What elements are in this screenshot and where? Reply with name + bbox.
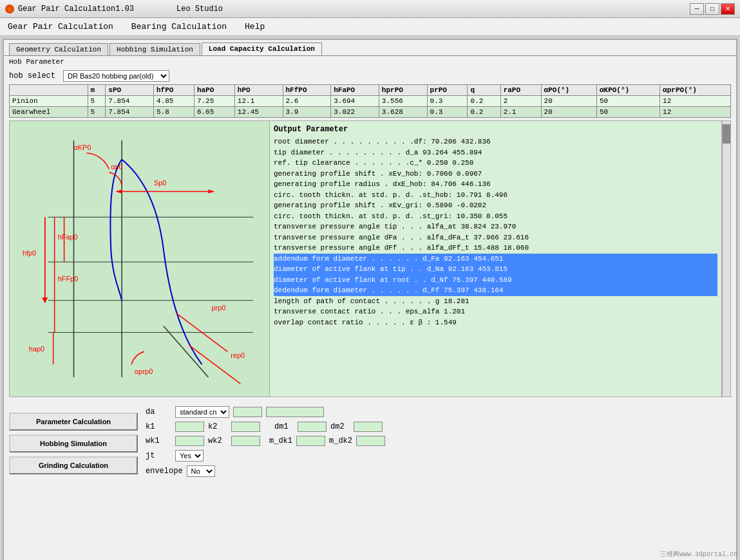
output-line: overlap contact ratio . . . . . ε β : 1.… (274, 317, 717, 328)
dm1-input[interactable]: 11 (298, 422, 327, 432)
hobbing-sim-button[interactable]: Hobbing Simulation (9, 434, 138, 453)
envelope-select[interactable]: No Yes (187, 465, 215, 477)
output-line: diameter of active flank at root . . d_N… (274, 275, 717, 286)
table-cell: 5.8 (154, 107, 194, 118)
table-cell: Gearwheel (10, 107, 88, 118)
mdk2-label: m_dk2 (329, 436, 352, 445)
wk1-input[interactable]: 55.236 (175, 436, 204, 446)
svg-text:αp0: αp0 (111, 163, 123, 171)
menu-help[interactable]: Help (242, 21, 267, 33)
table-cell: 50 (596, 96, 659, 107)
table-header: hFaPO (331, 85, 379, 96)
table-row: Gearwheel57.8545.86.6512.453.93.0223.628… (10, 107, 731, 118)
close-button[interactable]: ✕ (721, 3, 735, 15)
bottom-section: Parameter Calculation Hobbing Simulation… (4, 400, 736, 487)
da-row: da standard cn custom 93.264 455.894 (146, 406, 731, 418)
table-header: raPO (500, 85, 541, 96)
table-header: sPO (106, 85, 154, 96)
jt-label: jt (146, 451, 171, 460)
k2-label: k2 (208, 422, 227, 431)
buttons-panel: Parameter Calculation Hobbing Simulation… (9, 402, 138, 485)
table-cell: 2 (500, 96, 541, 107)
table-cell: 2.1 (500, 107, 541, 118)
mdk2-input[interactable]: 455.891 (356, 436, 385, 446)
table-cell: 3.556 (379, 96, 427, 107)
table-cell: 7.854 (106, 96, 154, 107)
table-cell: 12 (660, 107, 731, 118)
dm2-input[interactable]: 8 (354, 422, 383, 432)
mdk1-input[interactable]: 100.790 (296, 436, 325, 446)
output-line: generating profile radius . dxE_hob: 84.… (274, 179, 717, 190)
table-header: hFfPO (283, 85, 331, 96)
gear-diagram: hfp0 hFFp0 hFap0 hap0 Sp0 prp0 rep0 αKP0… (9, 120, 270, 397)
param-calc-button[interactable]: Parameter Calculation (9, 413, 138, 431)
output-scrollbar[interactable] (722, 120, 731, 397)
app-title: Gear Pair Calculation1.03 (18, 5, 134, 14)
output-line: addendum form diameter . . . . . . d_Fa … (274, 254, 717, 265)
table-cell: 6.65 (194, 107, 234, 118)
table-cell: 12 (660, 96, 731, 107)
tab-hobbing[interactable]: Hobbing Simulation (109, 43, 200, 55)
table-cell: 3.022 (331, 107, 379, 118)
minimize-button[interactable]: ─ (690, 3, 704, 15)
table-cell: Pinion (10, 96, 88, 107)
menu-bar: Gear Pair Calculation Bearing Calculatio… (0, 18, 740, 36)
svg-text:Sp0: Sp0 (154, 179, 166, 187)
svg-text:αprp0: αprp0 (135, 368, 153, 375)
mdk1-label: m_dk1 (269, 436, 292, 445)
table-header: hfPO (154, 85, 194, 96)
maximize-button[interactable]: □ (705, 3, 719, 15)
table-cell: 3.9 (283, 107, 331, 118)
table-cell: 0.2 (468, 107, 500, 118)
da-select[interactable]: standard cn custom (175, 406, 229, 418)
table-cell: 0.3 (427, 107, 468, 118)
watermark: 三维网www.3dportal.cn (660, 550, 737, 559)
k-row: k1 4 k2 11 dm1 11 dm2 8 (146, 422, 731, 432)
tab-bar: Geometry Calculation Hobbing Simulation … (4, 40, 736, 56)
table-cell: 5 (88, 107, 106, 118)
wk2-input[interactable]: 161.966 (231, 436, 260, 446)
output-line: diameter of active flank at tip . . d_Na… (274, 264, 717, 275)
table-header: haPO (194, 85, 234, 96)
hob-section: hob select DR Bas20 hobbing par(old) DR … (4, 68, 736, 84)
hob-select-dropdown[interactable]: DR Bas20 hobbing par(old) DR Bas20 hobbi… (63, 70, 169, 82)
output-line: transverse pressure angle dFa . . . alfa… (274, 232, 717, 243)
table-cell: 50 (596, 107, 659, 118)
menu-gear-pair[interactable]: Gear Pair Calculation (5, 21, 116, 33)
tab-load-capacity[interactable]: Load Capacity Calculation (202, 42, 322, 55)
table-cell: 7.854 (106, 107, 154, 118)
table-header: m (88, 85, 106, 96)
k1-label: k1 (146, 422, 171, 431)
table-cell: 4.85 (154, 96, 194, 107)
output-line: transverse pressure angle tip . . . alfa… (274, 221, 717, 232)
table-cell: 5 (88, 96, 106, 107)
da-label: da (146, 407, 171, 416)
output-line: generating profile shift . xEv_gri: 0.58… (274, 200, 717, 211)
output-line: tip diameter . . . . . . . . . d_a 93.26… (274, 147, 717, 158)
k2-input[interactable]: 11 (231, 422, 260, 432)
da-val1[interactable]: 93.264 (233, 407, 262, 417)
content-area: hfp0 hFFp0 hFap0 hap0 Sp0 prp0 rep0 αKP0… (4, 118, 736, 400)
tab-geometry[interactable]: Geometry Calculation (9, 43, 108, 55)
studio-name: Leo Studio (176, 5, 223, 14)
output-wrapper: Output Parameter root diameter . . . . .… (270, 120, 731, 397)
hob-parameter-title: Hob Parameter (9, 58, 64, 66)
menu-bearing[interactable]: Bearing Calculation (129, 21, 229, 33)
da-val2[interactable]: 455.894 (266, 407, 324, 417)
hob-section-label: Hob Parameter (4, 56, 736, 68)
output-area: Output Parameter root diameter . . . . .… (270, 120, 722, 397)
wk2-label: wk2 (208, 436, 227, 445)
jt-row: jt Yes No (146, 450, 731, 462)
table-header: hprPO (379, 85, 427, 96)
output-line: transverse contact ratio . . . eps_alfa … (274, 306, 717, 317)
svg-text:hfp0: hfp0 (23, 249, 36, 257)
table-cell: 12.45 (234, 107, 283, 118)
output-line: transverse pressure angle dFf . . . alfa… (274, 243, 717, 254)
table-cell: 0.2 (468, 96, 500, 107)
output-line: dedendum form diameter . . . . . . d_Ff … (274, 285, 717, 296)
dm2-label: dm2 (330, 422, 350, 431)
grinding-calc-button[interactable]: Grinding Calculation (9, 456, 138, 474)
k1-input[interactable]: 4 (175, 422, 204, 432)
table-cell: 3.628 (379, 107, 427, 118)
jt-select[interactable]: Yes No (175, 450, 204, 462)
